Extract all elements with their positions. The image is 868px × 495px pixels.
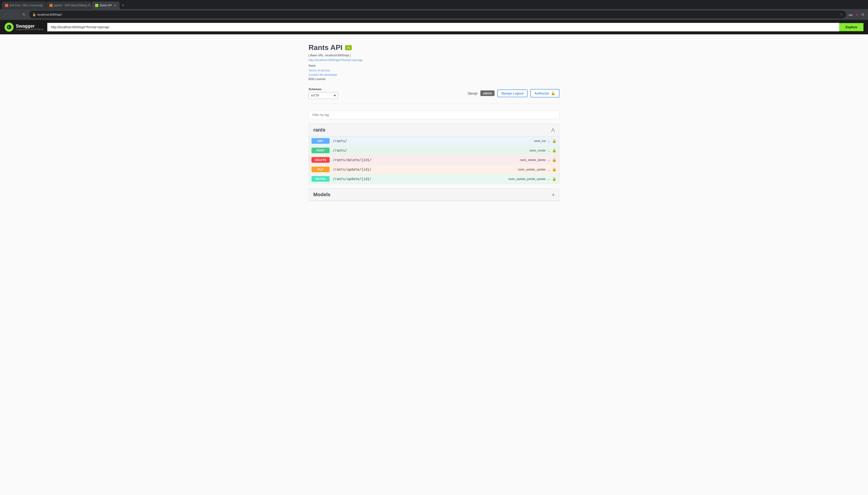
authorize-label: Authorize	[534, 91, 549, 95]
tab-close-icon[interactable]: ✕	[114, 4, 116, 7]
models-section-title: Models	[313, 192, 330, 198]
get-rants-lock-icon: 🔒	[552, 139, 557, 143]
scheme-select[interactable]: HTTP HTTPS	[309, 92, 338, 99]
auth-section: Django admin Django Logout Authorize 🔓	[468, 89, 559, 98]
get-rants-chevron: ⌄	[547, 139, 550, 143]
tab-dev-community[interactable]: Edit Post - DEV Community	[2, 2, 46, 9]
models-section-header[interactable]: Models ∧	[309, 188, 559, 201]
controls-row: Schemes HTTP HTTPS Django admin Django L…	[309, 87, 559, 104]
delete-rants-chevron: ⌄	[547, 158, 550, 162]
address-lock-icon: 🔓	[32, 13, 36, 16]
models-section: Models ∧	[309, 188, 559, 201]
settings-icon[interactable]: ⚙	[860, 12, 865, 18]
terms-of-service-link[interactable]: Terms of service	[309, 69, 559, 72]
profile-icon[interactable]: ●	[855, 11, 859, 18]
api-schema-link[interactable]: http://localhost:8000/api/?format=openap…	[309, 58, 559, 62]
operation-id-delete-rants: rants_delete_delete	[520, 158, 546, 161]
schemes-section: Schemes HTTP HTTPS	[309, 87, 338, 99]
schemes-label: Schemes	[309, 87, 338, 91]
address-url-text: localhost:8000/api/	[37, 13, 838, 16]
nav-bar: ← → ↻ 🔓 localhost:8000/api/ ☆ ▬ ● ⚙	[0, 9, 868, 20]
swagger-logo: S Swagger Supported by SMARTBEAR	[4, 22, 44, 32]
endpoint-meta-get-rants: rants_list ⌄ 🔒	[534, 139, 557, 143]
django-admin-badge: admin	[480, 90, 494, 96]
endpoint-post-rants[interactable]: POST /rants/ rants_create ⌄ 🔒	[309, 146, 559, 155]
django-logout-button[interactable]: Django Logout	[497, 89, 528, 97]
endpoint-patch-rants[interactable]: PATCH /rants/update/{id}/ rants_update_p…	[309, 174, 559, 184]
operation-id-put-rants: rants_update_update	[518, 168, 546, 171]
back-button[interactable]: ←	[3, 12, 10, 17]
contact-developer-link[interactable]: Contact the developer	[309, 73, 559, 76]
put-rants-lock-icon: 🔒	[552, 167, 557, 172]
method-badge-post: POST	[311, 148, 329, 153]
models-chevron-icon: ∧	[552, 192, 555, 197]
api-creator: Rantr	[309, 64, 559, 67]
api-info: Rants API v1 [ Base URL: localhost:8000/…	[309, 44, 559, 81]
endpoint-path-put-rants: /rants/update/{id}/	[333, 168, 518, 172]
post-rants-chevron: ⌄	[547, 149, 550, 152]
operation-id-post-rants: rants_create	[529, 149, 546, 152]
forward-button[interactable]: →	[12, 12, 19, 17]
delete-rants-lock-icon: 🔒	[552, 158, 557, 162]
swagger-header: S Swagger Supported by SMARTBEAR Explore	[0, 20, 868, 34]
bookmark-icon[interactable]: ☆	[840, 13, 843, 16]
page-content: Rants API v1 [ Base URL: localhost:8000/…	[304, 34, 564, 215]
tab-title-dev: Edit Post - DEV Community	[10, 4, 43, 7]
operation-id-get-rants: rants_list	[534, 139, 546, 143]
extensions-icon[interactable]: ▬	[848, 12, 853, 17]
reload-button[interactable]: ↻	[21, 12, 27, 18]
endpoint-meta-patch-rants: rants_update_partial_update ⌄ 🔒	[508, 177, 557, 181]
method-badge-get: GET	[311, 138, 329, 144]
endpoint-path-get-rants: /rants/	[333, 139, 534, 143]
svg-text:S: S	[7, 25, 10, 29]
endpoint-meta-delete-rants: rants_delete_delete ⌄ 🔒	[520, 158, 557, 162]
endpoint-get-rants[interactable]: GET /rants/ rants_list ⌄ 🔒	[309, 136, 559, 146]
nav-extensions: ▬ ● ⚙	[848, 11, 865, 18]
browser-chrome: Edit Post - DEV Community python - DRF M…	[0, 0, 868, 20]
patch-rants-lock-icon: 🔒	[552, 177, 557, 181]
tab-favicon-dev	[5, 4, 8, 7]
tab-stackoverflow[interactable]: python - DRF ManyToMany Fi...	[46, 2, 91, 9]
swagger-logo-icon: S	[4, 22, 14, 32]
tab-title-rants: Rants API	[100, 4, 112, 7]
address-bar[interactable]: 🔓 localhost:8000/api/ ☆	[29, 11, 846, 18]
swagger-logo-label: Swagger Supported by SMARTBEAR	[16, 24, 44, 31]
patch-rants-chevron: ⌄	[547, 177, 550, 181]
endpoint-path-post-rants: /rants/	[333, 149, 529, 153]
endpoint-path-delete-rants: /rants/delete/{id}/	[333, 158, 520, 162]
filter-input[interactable]	[309, 110, 559, 119]
api-base-url: [ Base URL: localhost:8000/api ]	[309, 54, 559, 57]
tab-favicon-so	[50, 4, 53, 7]
endpoint-meta-put-rants: rants_update_update ⌄ 🔒	[518, 167, 557, 172]
operation-id-patch-rants: rants_update_partial_update	[508, 177, 546, 181]
rants-chevron-icon: ⋀	[551, 127, 555, 133]
api-license: BSD License	[309, 77, 559, 81]
method-badge-patch: PATCH	[311, 176, 329, 182]
post-rants-lock-icon: 🔒	[552, 148, 557, 153]
api-title: Rants API	[309, 44, 342, 52]
rants-section-header[interactable]: rants ⋀	[309, 124, 559, 136]
tab-rants-api[interactable]: Rants API ✕	[92, 2, 119, 9]
swagger-url-input[interactable]	[47, 23, 839, 31]
swagger-page: S Swagger Supported by SMARTBEAR Explore…	[0, 20, 868, 495]
new-tab-button[interactable]: +	[120, 2, 126, 9]
tab-bar: Edit Post - DEV Community python - DRF M…	[0, 0, 868, 9]
explore-button[interactable]: Explore	[839, 23, 864, 31]
endpoint-meta-post-rants: rants_create ⌄ 🔒	[529, 148, 557, 153]
swagger-url-bar: Explore	[47, 23, 864, 31]
tab-title-so: python - DRF ManyToMany Fi...	[54, 4, 91, 7]
django-label: Django	[468, 91, 478, 95]
method-badge-delete: DELETE	[311, 157, 329, 163]
authorize-lock-icon: 🔓	[551, 91, 556, 96]
api-title-row: Rants API v1	[309, 44, 559, 52]
put-rants-chevron: ⌄	[547, 168, 550, 171]
tab-favicon-rants	[95, 4, 98, 7]
authorize-button[interactable]: Authorize 🔓	[530, 89, 559, 98]
api-version-badge: v1	[345, 45, 352, 50]
rants-section-title: rants	[313, 127, 325, 133]
rants-section: rants ⋀ GET /rants/ rants_list ⌄ 🔒 POST …	[309, 124, 559, 184]
method-badge-put: PUT	[311, 167, 329, 172]
endpoint-delete-rants[interactable]: DELETE /rants/delete/{id}/ rants_delete_…	[309, 155, 559, 165]
endpoint-path-patch-rants: /rants/update/{id}/	[333, 177, 508, 181]
endpoint-put-rants[interactable]: PUT /rants/update/{id}/ rants_update_upd…	[309, 165, 559, 174]
